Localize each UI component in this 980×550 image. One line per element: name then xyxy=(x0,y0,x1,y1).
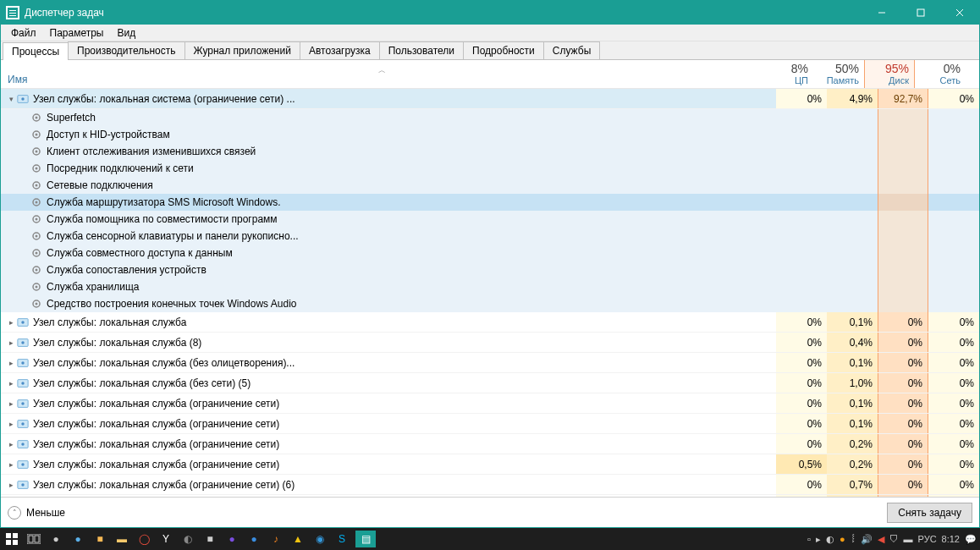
taskbar-app-icon[interactable]: ● xyxy=(69,531,86,547)
process-row[interactable]: ▸Узел службы: локальная служба (без олиц… xyxy=(1,353,979,373)
tray-icon[interactable]: ◀ xyxy=(878,534,884,545)
process-list-body: ▾Узел службы: локальная система (огранич… xyxy=(1,89,979,497)
svg-rect-55 xyxy=(13,533,18,538)
end-task-button[interactable]: Снять задачу xyxy=(887,503,972,523)
chevron-right-icon[interactable]: ▸ xyxy=(6,420,16,428)
skype-icon[interactable]: S xyxy=(333,531,350,547)
taskbar-app-icon[interactable]: ● xyxy=(223,531,240,547)
col-memory[interactable]: 50% Память xyxy=(813,60,864,88)
service-child-row[interactable]: Сетевые подключения xyxy=(1,177,979,194)
yandex-icon[interactable]: Y xyxy=(157,531,174,547)
chevron-right-icon[interactable]: ▸ xyxy=(6,440,16,448)
chevron-right-icon[interactable]: ▸ xyxy=(6,338,16,347)
tab-performance[interactable]: Производительность xyxy=(68,41,184,59)
wifi-icon[interactable]: ⸾ xyxy=(851,534,856,544)
steam-tray-icon[interactable]: ◐ xyxy=(826,534,834,545)
taskbar[interactable]: ● ● ■ ▬ ◯ Y ◐ ■ ● ● ♪ ▲ ◉ S ▤ ▫ ▸ ◐ ● ⸾ … xyxy=(0,528,980,550)
process-row[interactable]: ▸Узел службы: локальная служба (ограниче… xyxy=(1,454,979,475)
menu-options[interactable]: Параметры xyxy=(43,25,111,41)
taskbar-app-icon[interactable]: ■ xyxy=(201,531,218,547)
chevron-right-icon[interactable]: ▸ xyxy=(6,399,16,408)
start-button[interactable] xyxy=(3,531,20,547)
tab-users[interactable]: Пользователи xyxy=(379,41,464,59)
process-row[interactable]: ▸Узел службы: локальная служба (8)0%0,4%… xyxy=(1,333,979,353)
system-tray[interactable]: ▫ ▸ ◐ ● ⸾ 🔊 ◀ ⛉ ▬ РУС 8:12 💬 xyxy=(807,534,977,545)
chevron-right-icon[interactable]: ▸ xyxy=(6,359,16,367)
taskbar-app-icon[interactable]: ■ xyxy=(91,531,108,547)
notifications-icon[interactable]: 💬 xyxy=(965,534,977,545)
tab-processes[interactable]: Процессы xyxy=(3,42,69,60)
service-child-row[interactable]: Superfetch xyxy=(1,109,979,126)
taskbar-app-icon[interactable]: ● xyxy=(245,531,262,547)
close-button[interactable] xyxy=(940,1,979,25)
service-child-row[interactable]: Служба сопоставления устройств xyxy=(1,261,979,278)
process-list[interactable]: ▾Узел службы: локальная система (огранич… xyxy=(1,89,979,497)
taskview-icon[interactable] xyxy=(25,531,42,547)
minimize-button[interactable] xyxy=(862,1,901,25)
taskmanager-taskbar-icon[interactable]: ▤ xyxy=(355,531,376,547)
service-child-row[interactable]: Доступ к HID-устройствам xyxy=(1,126,979,143)
process-group-row[interactable]: ▾Узел службы: локальная система (огранич… xyxy=(1,89,979,109)
tray-icon[interactable]: ▫ xyxy=(807,534,811,544)
service-host-icon xyxy=(16,336,30,349)
clock[interactable]: 8:12 xyxy=(942,534,960,544)
service-name: Служба маршрутизатора SMS Microsoft Wind… xyxy=(47,196,281,208)
col-cpu[interactable]: 8% ЦП xyxy=(763,60,813,88)
taskbar-app-icon[interactable]: ▲ xyxy=(289,531,306,547)
service-child-row[interactable]: Средство построения конечных точек Windo… xyxy=(1,295,979,312)
menu-file[interactable]: Файл xyxy=(4,25,43,41)
process-row[interactable]: ▸Узел службы: локальная служба (ограниче… xyxy=(1,434,979,454)
titlebar[interactable]: Диспетчер задач xyxy=(1,1,979,25)
col-network[interactable]: 0% Сеть xyxy=(915,60,966,88)
svg-point-13 xyxy=(36,134,38,136)
process-row[interactable]: ▸Узел службы: локальная служба0%0,1%0%0% xyxy=(1,312,979,333)
chevron-right-icon[interactable]: ▸ xyxy=(6,460,16,469)
service-child-row[interactable]: Служба хранилища xyxy=(1,278,979,295)
chevron-right-icon[interactable]: ▸ xyxy=(6,481,16,489)
chevron-down-icon[interactable]: ▾ xyxy=(6,95,16,103)
col-disk[interactable]: 95% Диск xyxy=(864,60,915,88)
tray-icon[interactable]: ● xyxy=(840,534,845,544)
tab-apphistory[interactable]: Журнал приложений xyxy=(184,41,300,59)
menubar: Файл Параметры Вид xyxy=(1,25,979,41)
svg-point-9 xyxy=(21,97,25,101)
svg-point-41 xyxy=(21,382,25,385)
tab-services[interactable]: Службы xyxy=(543,41,600,59)
menu-view[interactable]: Вид xyxy=(110,25,142,41)
service-child-row[interactable]: Служба совместного доступа к данным xyxy=(1,245,979,261)
service-child-row[interactable]: Служба маршрутизатора SMS Microsoft Wind… xyxy=(1,194,979,211)
fewer-details-button[interactable]: ˄ Меньше xyxy=(8,506,65,520)
sort-indicator-icon: ︿ xyxy=(8,67,756,74)
disk-value: 0% xyxy=(878,495,928,497)
language-indicator[interactable]: РУС xyxy=(918,534,937,544)
taskbar-app-icon[interactable]: ♪ xyxy=(267,531,284,547)
col-name[interactable]: ︿ Имя xyxy=(1,60,763,88)
service-child-row[interactable]: Клиент отслеживания изменившихся связей xyxy=(1,143,979,160)
network-value: 0% xyxy=(928,434,979,454)
tray-icon[interactable]: ▸ xyxy=(816,534,821,545)
maximize-button[interactable] xyxy=(901,1,940,25)
memory-value: 0,1% xyxy=(827,414,878,433)
memory-value: 4,9% xyxy=(827,89,878,108)
service-child-row[interactable]: Служба помощника по совместимости програ… xyxy=(1,211,979,228)
process-row[interactable]: ▸Узел службы: локальная служба (ограниче… xyxy=(1,475,979,495)
process-row[interactable]: ▸Узел службы: модуль запуска процессов D… xyxy=(1,495,979,497)
tab-details[interactable]: Подробности xyxy=(463,41,544,59)
chevron-right-icon[interactable]: ▸ xyxy=(6,379,16,388)
chevron-right-icon[interactable]: ▸ xyxy=(6,318,16,327)
steam-icon[interactable]: ◐ xyxy=(179,531,196,547)
taskbar-app-icon[interactable]: ● xyxy=(47,531,64,547)
volume-icon[interactable]: 🔊 xyxy=(861,534,873,545)
battery-icon[interactable]: ▬ xyxy=(904,534,913,544)
tray-icon[interactable]: ⛉ xyxy=(889,534,899,544)
process-row[interactable]: ▸Узел службы: локальная служба (ограниче… xyxy=(1,414,979,434)
service-child-row[interactable]: Служба сенсорной клавиатуры и панели рук… xyxy=(1,228,979,245)
explorer-icon[interactable]: ▬ xyxy=(113,531,130,547)
opera-icon[interactable]: ◯ xyxy=(135,531,152,547)
taskbar-app-icon[interactable]: ◉ xyxy=(311,531,328,547)
tab-startup[interactable]: Автозагрузка xyxy=(300,41,380,59)
process-row[interactable]: ▸Узел службы: локальная служба (ограниче… xyxy=(1,393,979,414)
service-child-row[interactable]: Посредник подключений к сети xyxy=(1,160,979,177)
service-host-icon xyxy=(16,316,30,329)
process-row[interactable]: ▸Узел службы: локальная служба (без сети… xyxy=(1,373,979,393)
